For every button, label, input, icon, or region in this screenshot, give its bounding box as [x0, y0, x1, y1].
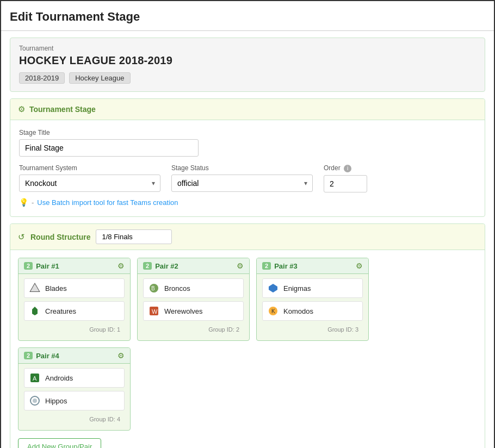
- team-row: B Broncos: [143, 278, 244, 298]
- team-row: K Komodos: [262, 301, 363, 321]
- stage-status-select[interactable]: official: [171, 175, 313, 192]
- pair-card-2: 2 Pair #2 ⚙ B Broncos W Werewolves Group…: [137, 258, 250, 341]
- team-row: Hippos: [24, 391, 125, 410]
- pair-header-4: 2 Pair #4 ⚙: [18, 348, 130, 364]
- team-icon-androids: A: [29, 372, 41, 384]
- stage-section-body: Stage Title Tournament System Knockout S…: [10, 120, 485, 216]
- pair-card-4: 2 Pair #4 ⚙ A Androids Hippos Group ID: …: [18, 347, 131, 431]
- svg-marker-4: [269, 284, 277, 293]
- team-row: Enigmas: [262, 278, 363, 298]
- team-name: Creatures: [45, 307, 76, 315]
- round-structure-section: ↺ Round Structure 2 Pair #1 ⚙ Blades Cre…: [10, 223, 485, 448]
- batch-link-row: 💡 - Use Batch import tool for fast Teams…: [19, 195, 476, 208]
- round-name-input[interactable]: [96, 229, 172, 244]
- pairs-container: 2 Pair #1 ⚙ Blades Creatures Group ID: 1…: [10, 250, 485, 438]
- pair-card-3: 2 Pair #3 ⚙ Enigmas K Komodos Group ID: …: [256, 258, 369, 341]
- tournament-tags: 2018-2019 Hockey League: [19, 72, 476, 84]
- team-name: Werewolves: [164, 307, 203, 315]
- svg-point-10: [33, 399, 37, 403]
- tournament-system-select[interactable]: Knockout: [19, 175, 160, 192]
- order-input[interactable]: [324, 175, 367, 192]
- svg-text:K: K: [271, 308, 275, 314]
- team-name: Broncos: [164, 284, 190, 293]
- tournament-system-select-wrapper: Knockout: [19, 175, 160, 192]
- pair-header-1: 2 Pair #1 ⚙: [18, 258, 130, 274]
- group-id-4: Group ID: 4: [24, 414, 125, 426]
- stage-gear-icon: ⚙: [18, 104, 25, 114]
- team-row: Creatures: [24, 301, 125, 321]
- stage-title-label: Stage Title: [19, 129, 476, 136]
- team-row: A Androids: [24, 368, 125, 388]
- order-info-icon: i: [344, 165, 351, 172]
- team-name: Enigmas: [283, 284, 311, 293]
- team-icon-hippos: [29, 395, 41, 407]
- team-name: Blades: [45, 284, 67, 293]
- tournament-tag-year: 2018-2019: [19, 72, 65, 84]
- team-row: Blades: [24, 278, 125, 298]
- order-label: Order i: [324, 164, 367, 172]
- pair-badge-4: 2: [24, 352, 33, 359]
- stage-section-header: ⚙ Tournament Stage: [10, 99, 485, 120]
- team-name: Komodos: [283, 307, 313, 315]
- tournament-info-section: Tournament HOCKEY LEAGUE 2018-2019 2018-…: [10, 38, 485, 92]
- batch-import-link[interactable]: Use Batch import tool for fast Teams cre…: [37, 198, 178, 207]
- pair-gear-icon-2[interactable]: ⚙: [237, 262, 244, 270]
- pair-body-3: Enigmas K Komodos Group ID: 3: [257, 274, 368, 340]
- team-row: W Werewolves: [143, 301, 244, 321]
- batch-dash: -: [32, 198, 34, 207]
- round-structure-title: Round Structure: [30, 233, 90, 241]
- group-id-3: Group ID: 3: [262, 324, 363, 336]
- stage-section-title: Tournament Stage: [29, 105, 96, 114]
- add-group-pair-button[interactable]: Add New Group/Pair: [18, 438, 101, 448]
- pair-card-1: 2 Pair #1 ⚙ Blades Creatures Group ID: 1: [18, 258, 131, 341]
- team-icon-werewolves: W: [148, 305, 160, 317]
- round-arrows-icon: ↺: [18, 232, 25, 242]
- pair-gear-icon-1[interactable]: ⚙: [117, 262, 125, 270]
- team-icon-broncos: B: [148, 282, 160, 294]
- stage-status-group: Stage Status official: [171, 164, 313, 192]
- stage-status-select-wrapper: official: [171, 175, 313, 192]
- stage-status-label: Stage Status: [171, 164, 313, 172]
- round-section-header: ↺ Round Structure: [10, 224, 485, 250]
- tournament-system-group: Tournament System Knockout: [19, 164, 160, 192]
- pair-badge-1: 2: [24, 262, 33, 270]
- pair-header-2: 2 Pair #2 ⚙: [138, 258, 249, 274]
- pair-badge-3: 2: [262, 262, 271, 270]
- team-name: Hippos: [45, 397, 67, 405]
- pair-body-2: B Broncos W Werewolves Group ID: 2: [138, 274, 249, 340]
- group-id-1: Group ID: 1: [24, 324, 125, 336]
- pair-title-3: Pair #3: [274, 262, 356, 270]
- tournament-name: HOCKEY LEAGUE 2018-2019: [19, 54, 476, 67]
- pair-body-4: A Androids Hippos Group ID: 4: [18, 364, 130, 430]
- tournament-system-label: Tournament System: [19, 164, 160, 172]
- tournament-stage-section: ⚙ Tournament Stage Stage Title Tournamen…: [10, 98, 485, 217]
- team-icon-komodos: K: [267, 305, 279, 317]
- pair-header-3: 2 Pair #3 ⚙: [257, 258, 368, 274]
- page-title: Edit Tournament Stage: [10, 10, 485, 24]
- team-icon-enigmas: [267, 282, 279, 294]
- pair-gear-icon-3[interactable]: ⚙: [356, 262, 363, 270]
- pair-body-1: Blades Creatures Group ID: 1: [18, 274, 130, 340]
- team-icon-creatures: [29, 305, 41, 317]
- pair-title-4: Pair #4: [36, 352, 117, 360]
- tournament-tag-league: Hockey League: [69, 72, 130, 84]
- page-header: Edit Tournament Stage: [1, 1, 494, 31]
- stage-title-group: Stage Title: [19, 129, 476, 157]
- pair-title-2: Pair #2: [155, 262, 237, 270]
- svg-text:W: W: [152, 308, 158, 315]
- pair-badge-2: 2: [143, 262, 152, 270]
- stage-form-row: Tournament System Knockout Stage Status …: [19, 164, 476, 192]
- stage-title-input[interactable]: [19, 139, 199, 157]
- group-id-2: Group ID: 2: [143, 324, 244, 336]
- pair-gear-icon-4[interactable]: ⚙: [117, 351, 125, 360]
- team-icon-blades: [29, 282, 41, 294]
- bulb-icon: 💡: [19, 198, 28, 207]
- order-group: Order i: [324, 164, 367, 192]
- tournament-label: Tournament: [19, 45, 476, 52]
- svg-text:B: B: [151, 285, 155, 291]
- pair-title-1: Pair #1: [36, 262, 117, 270]
- team-name: Androids: [45, 374, 73, 382]
- svg-text:A: A: [33, 375, 37, 382]
